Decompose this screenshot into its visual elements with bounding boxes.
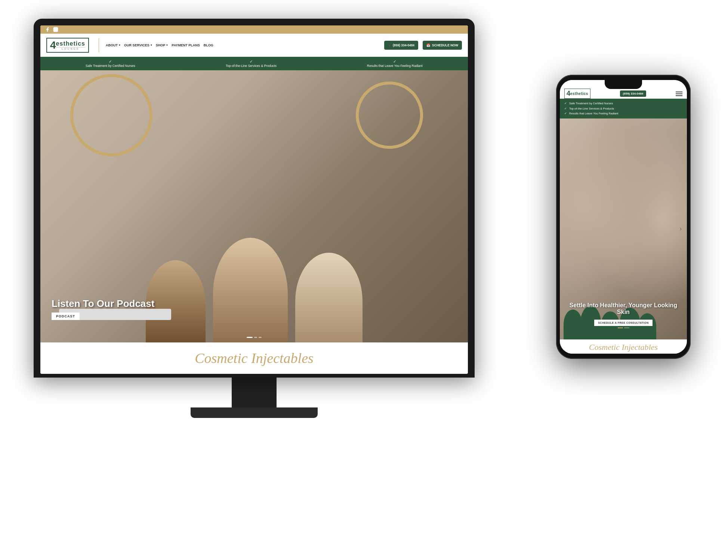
top-bar (40, 25, 468, 34)
scene: 4 esthetics LOUNGE ABOUT ▾ OUR SERVICES … (0, 0, 728, 560)
phone-hero-text: Settle Into Healthier, Younger Looking S… (564, 302, 682, 328)
dot-1[interactable] (247, 337, 253, 338)
phone-feature-1: ✓ Safe Treatment by Certified Nurses (564, 101, 682, 106)
desktop-website: 4 esthetics LOUNGE ABOUT ▾ OUR SERVICES … (40, 25, 468, 374)
feature-3: ✓ Results that Leave You Feeling Radiant (367, 59, 423, 68)
hero-text: Listen To Our Podcast PODCAST (52, 298, 154, 320)
phone-phone-button[interactable]: (859) 334-0484 (620, 90, 647, 97)
nav-about[interactable]: ABOUT ▾ (106, 43, 120, 47)
hero-section: Listen To Our Podcast PODCAST (40, 70, 468, 342)
schedule-button[interactable]: 📅 SCHEDULE NOW (423, 41, 462, 50)
figure-group (146, 70, 363, 342)
nav-payment[interactable]: PAYMENT PLANS (172, 43, 200, 47)
monitor-wrapper: 4 esthetics LOUNGE ABOUT ▾ OUR SERVICES … (34, 19, 475, 430)
nav-bar: 4 esthetics LOUNGE ABOUT ▾ OUR SERVICES … (40, 34, 468, 57)
logo-sub: LOUNGE (56, 47, 85, 50)
phone-feature-bar: ✓ Safe Treatment by Certified Nurses ✓ T… (560, 99, 687, 119)
phone-dot-2[interactable] (624, 327, 629, 328)
phone-dot-1[interactable] (618, 327, 623, 328)
phone-cosmetic-title: Cosmetic Injectables (564, 342, 682, 352)
feature-bar: ✓ Safe Treatment by Certified Nurses ✓ T… (40, 57, 468, 70)
figure-1 (146, 260, 206, 342)
dot-3[interactable] (259, 337, 262, 338)
phone-cta-button[interactable]: SCHEDULE A FREE CONSULTATION (594, 320, 653, 326)
svg-point-1 (55, 29, 57, 31)
phone-cosmetic-section: Cosmetic Injectables (560, 339, 687, 354)
dot-2[interactable] (254, 337, 257, 338)
nav-items: ABOUT ▾ OUR SERVICES ▾ SHOP ▾ PAYMENT PL… (106, 43, 380, 47)
hamburger-menu[interactable] (676, 92, 682, 96)
cosmetic-title: Cosmetic Injectables (48, 350, 460, 366)
hero-background: Listen To Our Podcast PODCAST (40, 70, 468, 342)
monitor-base (191, 407, 318, 418)
cosmetic-section: Cosmetic Injectables (40, 342, 468, 374)
instagram-icon[interactable] (53, 27, 58, 32)
phone-icon-label: 📞 (859) 334-0484 (388, 43, 415, 47)
podcast-button[interactable]: PODCAST (52, 313, 80, 320)
phone-feature-2: ✓ Top-of-the-Line Services & Products (564, 106, 682, 111)
phone-next-arrow[interactable]: › (680, 225, 682, 232)
phone-notch (605, 80, 642, 89)
nav-divider (99, 38, 99, 52)
phone-screen: 4 esthetics (859) 334-0484 ✓ Safe Treatm… (560, 80, 687, 354)
ham-line-3 (676, 95, 682, 96)
phone-logo-name: esthetics (570, 92, 588, 96)
phone-check-3: ✓ (564, 112, 567, 115)
phone-wrapper: 4 esthetics (859) 334-0484 ✓ Safe Treatm… (556, 75, 691, 359)
nav-blog[interactable]: BLOG (204, 43, 213, 47)
hero-headline: Listen To Our Podcast (52, 298, 154, 310)
figure-2 (213, 238, 288, 342)
monitor-screen: 4 esthetics LOUNGE ABOUT ▾ OUR SERVICES … (40, 25, 468, 374)
phone-frame: 4 esthetics (859) 334-0484 ✓ Safe Treatm… (556, 75, 691, 359)
nav-services[interactable]: OUR SERVICES ▾ (124, 43, 152, 47)
calendar-icon: 📅 (426, 43, 431, 47)
feature-1: ✓ Safe Treatment by Certified Nurses (86, 59, 135, 68)
figure-3 (295, 253, 363, 342)
phone-check-1: ✓ (564, 102, 567, 105)
monitor-neck (232, 378, 277, 407)
svg-point-2 (57, 28, 57, 28)
phone-button[interactable]: 📞 (859) 334-0484 (384, 41, 419, 50)
facebook-icon[interactable] (45, 27, 50, 32)
nav-shop[interactable]: SHOP ▾ (156, 43, 168, 47)
phone-slide-dots (564, 327, 682, 328)
check-icon-1: ✓ (109, 59, 112, 64)
feature-2: ✓ Top-of-the-Line Services & Products (226, 59, 277, 68)
slide-dots (247, 337, 262, 338)
monitor-frame: 4 esthetics LOUNGE ABOUT ▾ OUR SERVICES … (34, 19, 475, 378)
phone-hero: › Settle Into Healthier, Younger Looking… (560, 119, 687, 340)
phone-logo[interactable]: 4 esthetics (564, 89, 590, 99)
ham-line-2 (676, 93, 682, 94)
logo[interactable]: 4 esthetics LOUNGE (46, 38, 89, 53)
check-icon-3: ✓ (393, 59, 396, 64)
check-icon-2: ✓ (250, 59, 253, 64)
phone-hero-headline: Settle Into Healthier, Younger Looking S… (564, 302, 682, 316)
phone-feature-3: ✓ Results that Leave You Feeling Radiant (564, 111, 682, 116)
logo-name: esthetics (56, 40, 85, 47)
logo-number: 4 (50, 40, 56, 50)
ham-line-1 (676, 92, 682, 92)
phone-logo-number: 4 (567, 90, 570, 98)
phone-check-2: ✓ (564, 107, 567, 110)
